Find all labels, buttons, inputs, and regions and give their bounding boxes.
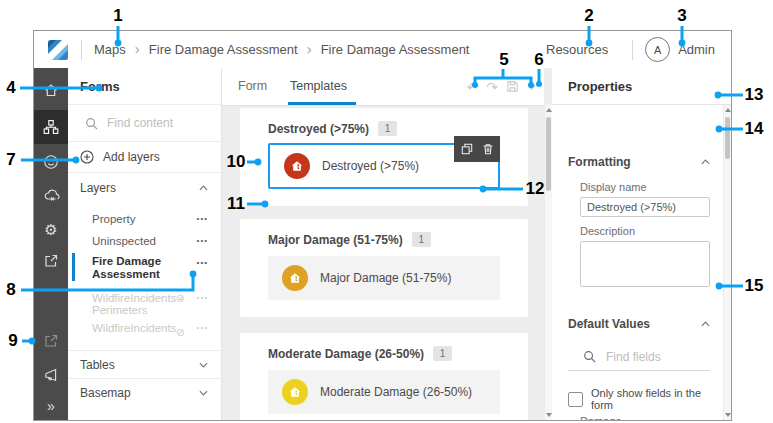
forms-icon[interactable] <box>34 110 68 144</box>
divider <box>81 40 82 60</box>
home-icon[interactable] <box>34 73 68 107</box>
tab-form[interactable]: Form <box>238 68 267 105</box>
search-placeholder: Find content <box>107 116 173 130</box>
find-content-search[interactable]: Find content <box>68 105 221 142</box>
chevron-down-icon <box>199 390 208 396</box>
chevron-up-icon <box>199 185 208 191</box>
template-tile-destroyed[interactable]: Destroyed (>75%) <box>268 143 500 189</box>
scrollbar-thumb[interactable] <box>546 117 551 191</box>
layer-item-uninspected[interactable]: Uninspected ••• <box>68 230 221 252</box>
add-layers-button[interactable]: Add layers <box>68 142 221 173</box>
layer-item-property[interactable]: Property ••• <box>68 208 221 230</box>
breadcrumb-form-name: Fire Damage Assessment <box>321 42 470 57</box>
megaphone-icon[interactable] <box>34 358 68 392</box>
chevron-down-icon <box>199 362 208 368</box>
app-sidebar: ⚙ » <box>34 68 68 420</box>
formatting-section-header[interactable]: Formatting <box>568 155 710 169</box>
major-damage-symbol-icon <box>282 265 308 291</box>
chevron-right-icon: › <box>307 41 312 58</box>
callout-number: 9 <box>8 331 17 351</box>
template-tile-major[interactable]: Major Damage (51-75%) <box>268 256 500 300</box>
properties-scrollbar[interactable] <box>723 105 731 420</box>
scroll-up-arrow[interactable] <box>725 108 731 112</box>
breadcrumb-maps[interactable]: Maps <box>94 42 126 57</box>
callout-number: 1 <box>113 6 122 26</box>
editor-panel: Form Templates ↶ ↷ Destroyed (>75%) 1 <box>222 68 552 420</box>
open-in-new-icon[interactable] <box>34 324 68 358</box>
gear-icon[interactable]: ⚙ <box>34 212 68 246</box>
offline-cloud-icon[interactable] <box>34 179 68 213</box>
callout-number: 5 <box>499 50 508 70</box>
scroll-down-arrow[interactable] <box>725 413 731 417</box>
default-values-section-header[interactable]: Default Values <box>568 317 710 331</box>
layer-item-fire-damage-assessment[interactable]: Fire Damage Assessment ••• <box>68 252 221 284</box>
destroyed-symbol-icon <box>284 153 310 179</box>
editor-tab-bar: Form Templates ↶ ↷ <box>222 68 544 106</box>
description-textarea[interactable] <box>580 241 710 287</box>
breadcrumb-map-name[interactable]: Fire Damage Assessment <box>149 42 298 57</box>
undo-icon[interactable]: ↶ <box>467 80 479 94</box>
properties-panel: Properties Formatting Display name Descr… <box>552 68 731 420</box>
callout-number: 11 <box>227 194 245 214</box>
template-group-major: Major Damage (51-75%) 1 Major Damage (51… <box>240 219 528 317</box>
damage-field-label: Damage <box>580 415 622 420</box>
arcgis-logo-icon <box>47 39 69 61</box>
basemap-section-header[interactable]: Basemap <box>68 378 221 406</box>
callout-number: 4 <box>6 78 15 98</box>
divider <box>632 40 633 60</box>
active-tab-indicator <box>288 102 356 105</box>
template-count-badge: 1 <box>412 232 431 247</box>
find-fields-search[interactable]: Find fields <box>568 343 710 371</box>
scroll-up-arrow[interactable] <box>546 108 552 112</box>
smiley-icon[interactable] <box>34 145 68 179</box>
only-show-fields-checkbox[interactable] <box>568 392 583 407</box>
scroll-down-arrow[interactable] <box>546 413 552 417</box>
save-icon[interactable] <box>506 80 519 93</box>
tab-templates[interactable]: Templates <box>290 68 347 105</box>
chevron-right-icon: › <box>135 41 140 58</box>
template-tile-moderate[interactable]: Moderate Damage (26-50%) <box>268 370 500 414</box>
callout-number: 14 <box>745 119 764 139</box>
search-icon <box>85 117 98 130</box>
options-menu-icon[interactable]: ••• <box>197 318 208 338</box>
trash-icon[interactable] <box>482 143 494 155</box>
app-window: Maps › Fire Damage Assessment › Fire Dam… <box>33 30 732 421</box>
duplicate-icon[interactable] <box>461 143 473 155</box>
search-icon <box>583 350 596 363</box>
share-icon[interactable] <box>34 244 68 278</box>
layers-section-header[interactable]: Layers <box>68 173 221 203</box>
templates-scrollbar[interactable] <box>544 105 552 420</box>
avatar[interactable]: A <box>645 37 670 62</box>
options-menu-icon[interactable]: ••• <box>197 230 208 252</box>
template-label: Moderate Damage (26-50%) <box>320 385 472 399</box>
resources-link[interactable]: Resources <box>546 42 608 57</box>
user-menu[interactable]: Admin <box>678 42 715 57</box>
forms-panel-title: Forms <box>80 79 120 94</box>
callout-number: 7 <box>6 150 15 170</box>
chevron-up-icon <box>701 159 710 165</box>
tables-section-header[interactable]: Tables <box>68 350 221 378</box>
checkbox-label: Only show fields in the form <box>591 387 723 411</box>
group-title: Destroyed (>75%) <box>268 122 369 136</box>
moderate-damage-symbol-icon <box>282 379 308 405</box>
callout-number: 13 <box>745 85 764 105</box>
template-group-moderate: Moderate Damage (26-50%) 1 Moderate Dama… <box>240 333 528 420</box>
layer-item-wildfire-incidents: WildfireIncidents ⊘ ••• <box>68 318 221 338</box>
properties-panel-title: Properties <box>568 79 632 94</box>
template-count-badge: 1 <box>433 346 452 361</box>
double-chevron-icon[interactable]: » <box>34 389 68 421</box>
template-count-badge: 1 <box>378 121 397 136</box>
scrollbar-thumb[interactable] <box>725 117 730 159</box>
callout-number: 2 <box>584 6 593 26</box>
chevron-down-icon[interactable] <box>527 84 536 90</box>
template-label: Major Damage (51-75%) <box>320 271 451 285</box>
display-name-input[interactable] <box>580 197 710 217</box>
description-label: Description <box>580 225 635 237</box>
options-menu-icon[interactable]: ••• <box>197 292 208 304</box>
callout-number: 10 <box>227 152 246 172</box>
redo-icon[interactable]: ↷ <box>486 80 498 94</box>
options-menu-icon[interactable]: ••• <box>197 256 208 269</box>
callout-number: 3 <box>677 6 686 26</box>
options-menu-icon[interactable]: ••• <box>197 208 208 230</box>
forms-panel: Forms Find content Add layers Layers Pro… <box>68 68 222 420</box>
